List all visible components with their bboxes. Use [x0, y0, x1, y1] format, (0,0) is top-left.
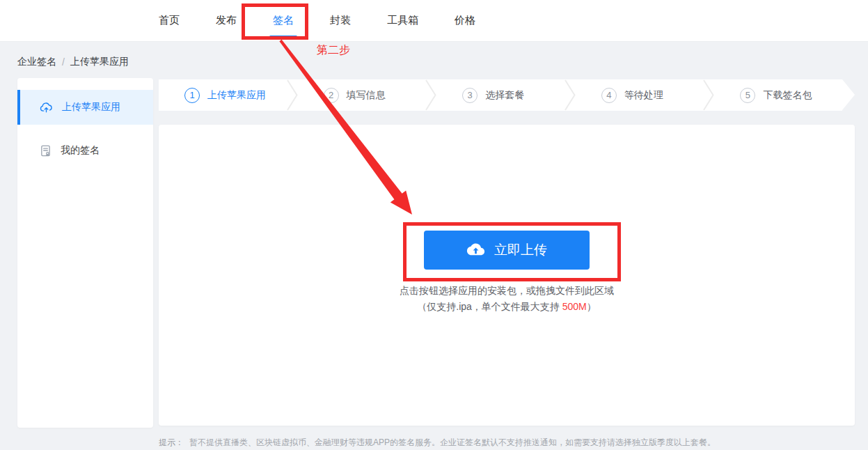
- sidebar-item-label: 我的签名: [61, 144, 100, 157]
- step-label: 下载签名包: [763, 89, 812, 102]
- nav-item-toolbox[interactable]: 工具箱: [386, 10, 420, 31]
- nav-item-publish[interactable]: 发布: [214, 10, 238, 31]
- nav-item-package[interactable]: 封装: [329, 10, 352, 31]
- hint-suffix: ）: [587, 301, 597, 312]
- step-label: 等待处理: [624, 89, 663, 102]
- breadcrumb: 企业签名 / 上传苹果应用: [17, 56, 855, 68]
- footer-tip: 提示： 暂不提供直播类、区块链虚拟币、金融理财等违规APP的签名服务。企业证签名…: [159, 437, 855, 449]
- upload-hint-line2: （仅支持.ipa，单个文件最大支持 500M）: [417, 301, 597, 313]
- main-nav: 首页 发布 签名 封装 工具箱 价格: [157, 10, 477, 31]
- chevron-separator-icon: [565, 79, 576, 111]
- sidebar-item-label: 上传苹果应用: [62, 101, 120, 114]
- hint-prefix: （仅支持.ipa，单个文件最大支持: [417, 301, 562, 312]
- step-5-download-package: 5 下载签名包: [714, 79, 842, 111]
- tip-text: 暂不提供直播类、区块链虚拟币、金融理财等违规APP的签名服务。企业证签名默认不支…: [189, 437, 716, 449]
- step-label: 填写信息: [347, 89, 386, 102]
- cloud-upload-icon: [466, 243, 485, 258]
- sidebar: 上传苹果应用 我的签名: [17, 78, 153, 428]
- steps-arrow-tip: [842, 79, 855, 110]
- breadcrumb-root[interactable]: 企业签名: [17, 56, 56, 68]
- step-number: 1: [184, 88, 200, 103]
- upload-now-button[interactable]: 立即上传: [424, 231, 590, 270]
- upload-hint-line1: 点击按钮选择应用的安装包，或拖拽文件到此区域: [400, 285, 614, 297]
- file-size-limit: 500M: [562, 301, 587, 312]
- chevron-separator-icon: [425, 79, 436, 111]
- step-3-choose-plan: 3 选择套餐: [436, 79, 565, 111]
- top-header: 首页 发布 签名 封装 工具箱 价格: [0, 0, 868, 42]
- breadcrumb-current: 上传苹果应用: [70, 56, 129, 68]
- step-number: 2: [324, 88, 339, 103]
- signature-doc-icon: [40, 145, 52, 157]
- sidebar-item-upload-app[interactable]: 上传苹果应用: [17, 90, 153, 125]
- chevron-separator-icon: [703, 79, 714, 111]
- nav-item-price[interactable]: 价格: [453, 10, 477, 31]
- steps-wizard: 1 上传苹果应用 2 填写信息 3 选择套餐: [159, 79, 855, 111]
- step-4-wait-processing: 4 等待处理: [576, 79, 704, 111]
- step-1-upload: 1 上传苹果应用: [159, 79, 287, 111]
- upload-button-label: 立即上传: [494, 241, 547, 259]
- step-number: 3: [462, 88, 478, 103]
- step-label: 选择套餐: [485, 89, 524, 102]
- nav-item-home[interactable]: 首页: [157, 10, 181, 31]
- breadcrumb-separator: /: [62, 56, 65, 68]
- chevron-separator-icon: [287, 79, 298, 111]
- sidebar-item-my-signatures[interactable]: 我的签名: [17, 133, 153, 168]
- step-number: 5: [740, 88, 755, 103]
- tip-label: 提示：: [159, 437, 184, 449]
- step-2-fill-info: 2 填写信息: [298, 79, 426, 111]
- nav-item-sign[interactable]: 签名: [271, 10, 295, 31]
- page-body: 企业签名 / 上传苹果应用 上传苹果应用: [0, 42, 868, 449]
- cloud-upload-icon: [40, 102, 53, 113]
- step-label: 上传苹果应用: [207, 89, 266, 102]
- step-number: 4: [601, 88, 617, 103]
- upload-drop-area[interactable]: 立即上传 点击按钮选择应用的安装包，或拖拽文件到此区域 （仅支持.ipa，单个文…: [159, 125, 855, 426]
